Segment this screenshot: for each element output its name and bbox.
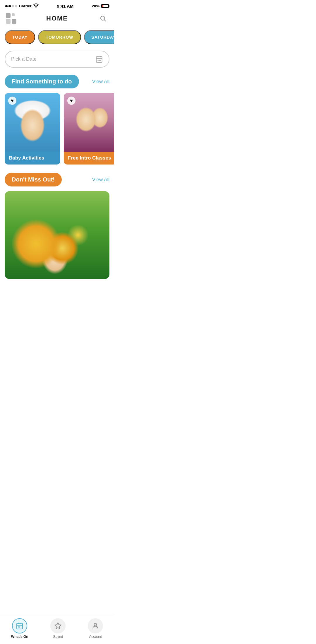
classes-card-label: Free Intro Classes [64, 152, 114, 165]
signal-strength [5, 5, 17, 7]
app-logo [6, 13, 16, 24]
svg-rect-2 [96, 56, 102, 62]
signal-dot-4 [15, 5, 17, 7]
header: HOME [0, 10, 114, 28]
find-view-all[interactable]: View All [92, 79, 109, 85]
sisters-heart-btn[interactable]: ♥ [67, 97, 75, 105]
card-free-intro[interactable]: ♥ Free Intro Classes [64, 93, 114, 165]
tab-today[interactable]: TODAY [5, 30, 35, 44]
tab-saturday[interactable]: SATURDAY [84, 30, 114, 44]
logo-sq-br [12, 19, 16, 24]
battery-icon [101, 4, 109, 8]
day-tabs-row: TODAY TOMORROW SATURDAY SUNDAY [0, 28, 114, 49]
baby-heart-btn[interactable]: ♥ [8, 97, 16, 105]
featured-img-bg [5, 191, 109, 279]
dont-miss-section-header: Don't Miss Out! View All [0, 172, 114, 191]
card-baby-activities[interactable]: ♥ Baby Activities [5, 93, 60, 165]
signal-dot-3 [12, 5, 14, 7]
card-sisters-image: ♥ [64, 93, 114, 152]
date-picker-label: Pick a Date [11, 56, 37, 62]
dont-miss-section [0, 191, 114, 302]
date-picker[interactable]: Pick a Date [5, 51, 109, 68]
status-time: 9:41 AM [57, 4, 73, 8]
search-button[interactable] [98, 13, 108, 24]
baby-card-label: Baby Activities [5, 152, 60, 165]
tab-tomorrow[interactable]: TOMORROW [38, 30, 81, 44]
logo-sq-tr [12, 13, 15, 16]
svg-rect-6 [98, 60, 99, 61]
date-picker-container: Pick a Date [0, 49, 114, 73]
signal-dot-2 [8, 5, 11, 7]
activity-cards-row: ♥ Baby Activities ♥ Free Intro Classes ♥… [0, 93, 114, 172]
status-bar: Carrier 9:41 AM 20% [0, 0, 114, 10]
carrier-label: Carrier [19, 4, 32, 8]
status-left: Carrier [5, 4, 39, 8]
logo-sq-tl [6, 13, 11, 18]
svg-point-0 [101, 16, 105, 20]
logo-sq-bl [6, 19, 11, 24]
status-right: 20% [92, 4, 109, 8]
card-baby-image: ♥ [5, 93, 60, 152]
search-icon [99, 15, 107, 22]
find-section-header: Find Something to do View All [0, 73, 114, 93]
calendar-icon [95, 55, 103, 63]
svg-line-1 [104, 20, 106, 22]
find-section-title: Find Something to do [5, 75, 79, 88]
page-title: HOME [46, 15, 68, 22]
battery-percent: 20% [92, 4, 99, 8]
svg-rect-8 [100, 60, 101, 61]
svg-rect-7 [99, 60, 100, 61]
dont-miss-title: Don't Miss Out! [5, 173, 62, 186]
featured-image[interactable] [5, 191, 109, 279]
dont-miss-view-all[interactable]: View All [92, 177, 109, 183]
signal-dot-1 [5, 5, 8, 7]
wifi-icon [33, 4, 39, 8]
